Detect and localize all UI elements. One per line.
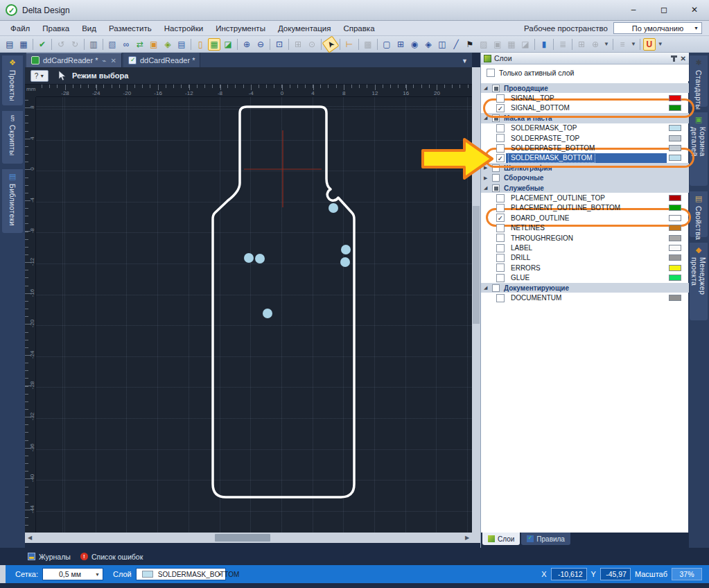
dock-tab-journals[interactable]: Журналы (28, 553, 71, 561)
right-tab-4[interactable]: ◆Менеджер проекта (690, 243, 708, 320)
panel-tab-layers[interactable]: Слои (482, 533, 520, 545)
layer-row[interactable]: SOLDERMASK_BOTTOM (481, 153, 689, 163)
pin-icon[interactable]: ⌁ (103, 57, 107, 64)
document-tab-1[interactable]: ddCardReader *⌁✕ (26, 53, 122, 67)
collapse-icon[interactable]: ◢ (484, 285, 489, 291)
zoom-extents-button[interactable]: ⊡ (273, 38, 286, 51)
menu-3[interactable]: Вид (76, 22, 103, 35)
layer-name[interactable]: THROUGHREGION (509, 234, 575, 243)
menu-2[interactable]: Правка (36, 22, 76, 35)
zoom-region-button[interactable]: ⊞ (292, 38, 304, 51)
menu-4[interactable]: Разместить (103, 22, 158, 35)
left-tab-2[interactable]: §Скрипты (2, 111, 23, 164)
layer-visibility-checkbox[interactable] (496, 144, 505, 153)
layer-color-swatch[interactable] (669, 95, 681, 101)
layer-group-row[interactable]: ◢Маска и паста (481, 113, 689, 123)
layer-name[interactable]: SIGNAL_BOTTOM (509, 103, 572, 112)
layer-row[interactable]: LABEL (481, 243, 689, 252)
layer-group-row[interactable]: ▶Шелкография (481, 163, 689, 173)
place-circle-button[interactable]: ◉ (408, 38, 421, 51)
array-place-button[interactable]: ▩ (362, 38, 374, 51)
layer-name[interactable]: SOLDERMASK_BOTTOM (509, 153, 595, 162)
group-visibility-checkbox[interactable] (492, 85, 500, 92)
placement-1-button[interactable]: ▨ (478, 38, 490, 51)
layer-color-swatch[interactable] (669, 245, 681, 251)
layer-row[interactable]: SOLDERMASK_TOP (481, 123, 689, 133)
layer-name[interactable]: SOLDERPASTE_BOTTOM (509, 144, 597, 153)
workspace-dropdown[interactable]: По умолчанию ▼ (613, 22, 702, 34)
layer-group-row[interactable]: ▶Сборочные (481, 173, 689, 183)
horizontal-scrollbar[interactable]: ◀ ▶ (25, 533, 472, 543)
group-visibility-checkbox[interactable] (492, 174, 500, 182)
close-icon[interactable]: ✕ (681, 55, 686, 62)
close-icon[interactable]: ✕ (111, 57, 116, 64)
layer-name[interactable]: BOARD_OUTLINE (509, 214, 571, 223)
undo-button[interactable]: ↺ (55, 38, 67, 51)
expand-icon[interactable]: ▶ (484, 175, 489, 181)
grid-step-dropdown[interactable]: 0,5 мм ▼ (42, 568, 103, 580)
menu-8[interactable]: Справка (337, 22, 380, 35)
layer-visibility-checkbox[interactable] (496, 244, 505, 252)
place-label-button[interactable]: ⚑ (464, 38, 476, 51)
layer-row[interactable]: BOARD_OUTLINE (481, 213, 689, 223)
layer-name[interactable]: SOLDERPASTE_TOP (509, 134, 581, 143)
layer-name[interactable]: SOLDERMASK_TOP (509, 123, 579, 132)
select-region-button[interactable]: ▢ (380, 38, 393, 51)
layer-name[interactable]: DOCUMENTUM (509, 293, 563, 302)
menu-7[interactable]: Документация (272, 22, 338, 35)
layer-visibility-checkbox[interactable] (496, 204, 505, 212)
layer-color-swatch[interactable] (669, 195, 681, 201)
layer-visibility-checkbox[interactable] (496, 274, 505, 282)
document-tab-2[interactable]: ddCardReader * (123, 53, 201, 67)
save-all-button[interactable]: ▦ (17, 38, 30, 51)
print-button[interactable]: ▥ (87, 38, 100, 51)
place-rect-button[interactable]: ⊞ (394, 38, 407, 51)
board-top-view-button[interactable]: ▦ (208, 38, 220, 51)
right-tab-2[interactable]: ▣Корзина деталей (690, 112, 708, 186)
view-3d-button[interactable]: ◈ (161, 38, 174, 51)
right-tab-1[interactable]: ✱Стандарты (690, 55, 708, 107)
placement-4-button[interactable]: ◪ (519, 38, 532, 51)
measure-button[interactable]: ⊢ (343, 38, 356, 51)
layer-group-row[interactable]: ◢Служебные (481, 183, 689, 193)
group-visibility-checkbox[interactable] (492, 164, 500, 172)
layer-visibility-checkbox[interactable] (496, 194, 505, 202)
layer-visibility-checkbox[interactable] (496, 254, 505, 262)
left-tab-3[interactable]: ▤Библиотеки (2, 169, 23, 233)
layer-name[interactable]: NETLINES (509, 223, 547, 232)
layer-name[interactable]: GLUE (509, 273, 532, 282)
scroll-left-icon[interactable]: ◀ (25, 535, 35, 541)
layer-row[interactable]: SIGNAL_TOP (481, 93, 689, 103)
layer-color-swatch[interactable] (669, 135, 681, 141)
layer-visibility-checkbox[interactable] (496, 154, 505, 162)
collapse-icon[interactable]: ◢ (484, 85, 489, 91)
tab-list-dropdown-icon[interactable]: ▼ (462, 58, 472, 67)
horizontal-scroll-thumb[interactable] (215, 534, 270, 542)
layer-color-swatch[interactable] (669, 155, 681, 161)
layer-row[interactable]: DRILL (481, 253, 689, 263)
select-mode-button[interactable]: ➤ (322, 35, 339, 53)
group-visibility-checkbox[interactable] (492, 114, 500, 122)
menu-5[interactable]: Настройки (158, 22, 209, 35)
align-tools-button[interactable]: ≣ (557, 38, 569, 51)
board-bottom-view-button[interactable]: ◪ (222, 38, 234, 51)
pads-tool-button[interactable]: ⊞ (575, 38, 588, 51)
find-button[interactable]: ∞ (120, 38, 132, 51)
layer-color-swatch[interactable] (669, 205, 681, 211)
frame-edit-button[interactable]: ▣ (148, 38, 160, 51)
layer-color-swatch[interactable] (669, 125, 681, 131)
layer-group-row[interactable]: ◢Документирующие (481, 283, 689, 293)
place-polygon-button[interactable]: ◫ (436, 38, 448, 51)
pcb-canvas[interactable] (36, 97, 472, 533)
page-copy-button[interactable]: ▯ (194, 38, 207, 51)
vias-tool-button[interactable]: ⊕ (589, 38, 602, 51)
layer-visibility-checkbox[interactable] (496, 134, 505, 142)
snap-magnet-button[interactable]: U (643, 38, 656, 51)
scroll-right-icon[interactable]: ▶ (462, 535, 472, 541)
layer-color-swatch[interactable] (669, 265, 681, 271)
layer-color-swatch[interactable] (669, 295, 681, 301)
layer-name[interactable]: PLACEMENT_OUTLINE_TOP (509, 193, 607, 202)
collapse-icon[interactable]: ◢ (484, 185, 489, 191)
layer-row[interactable]: SOLDERPASTE_TOP (481, 133, 689, 143)
layer-color-swatch[interactable] (669, 215, 681, 221)
